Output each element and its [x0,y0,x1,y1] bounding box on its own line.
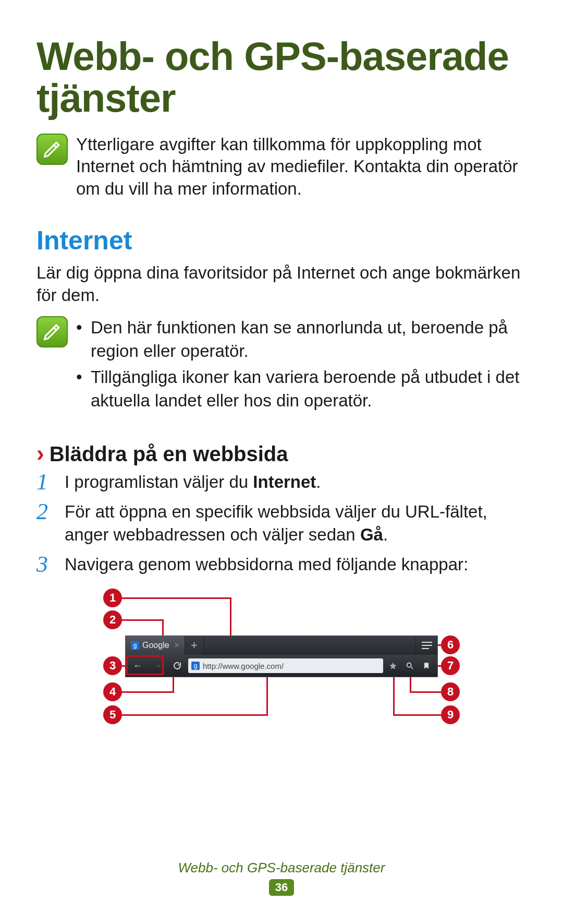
note-block-1: Ytterligare avgifter kan tillkomma för u… [36,134,527,201]
footer-text: Webb- och GPS-baserade tjänster [0,860,563,876]
svg-point-0 [407,663,411,667]
step-number: 3 [36,553,55,577]
callout-3: 3 [103,656,122,675]
star-button[interactable] [385,658,401,674]
nav-bar: ← → g http://www.google.com/ [126,655,437,677]
reload-button[interactable] [168,658,186,674]
browser-tab[interactable]: g Google × [126,636,185,655]
section-heading: Internet [36,225,527,256]
note-icon [36,316,68,347]
callout-8: 8 [441,682,460,701]
add-tab-button[interactable]: + [185,636,204,655]
browser-window: g Google × + ← → g http://www.google. [125,635,438,677]
forward-button[interactable]: → [149,658,166,674]
steps-list: 1 I programlistan väljer du Internet. 2 … [36,471,527,576]
favicon-icon: g [131,641,139,650]
step-number: 2 [36,500,55,547]
page-title: Webb- och GPS-baserade tjänster [36,35,527,119]
callout-4: 4 [103,682,122,701]
callout-9: 9 [441,705,460,724]
back-button[interactable]: ← [129,658,146,674]
callout-1: 1 [103,589,122,607]
step-item: 2 För att öppna en specifik webbsida väl… [36,500,527,547]
note-icon [36,134,68,165]
note-text-1: Ytterligare avgifter kan tillkomma för u… [76,134,527,201]
tab-label: Google [142,641,169,650]
bookmarks-button[interactable] [419,658,434,674]
step-item: 3 Navigera genom webbsidorna med följand… [36,553,527,577]
subsection-heading-row: › Bläddra på en webbsida [36,440,527,466]
close-tab-icon[interactable]: × [175,641,179,650]
tab-bar: g Google × + [126,636,437,655]
search-button[interactable] [402,658,418,674]
section-intro: Lär dig öppna dina favoritsidor på Inter… [36,262,527,307]
step-item: 1 I programlistan väljer du Internet. [36,471,527,494]
favicon-icon: g [191,662,200,670]
note-block-2: Den här funktionen kan se annorlunda ut,… [36,316,527,415]
note-list: Den här funktionen kan se annorlunda ut,… [76,316,527,415]
subsection-heading: Bläddra på en webbsida [50,442,288,466]
browser-diagram: g Google × + ← → g http://www.google. [94,589,469,724]
menu-button[interactable] [415,636,437,655]
page-footer: Webb- och GPS-baserade tjänster 36 [0,860,563,896]
note-list-item: Tillgängliga ikoner kan variera beroende… [76,366,527,412]
chevron-icon: › [36,440,44,466]
step-number: 1 [36,471,55,494]
url-text: http://www.google.com/ [203,662,284,670]
callout-6: 6 [441,635,460,654]
page-number: 36 [269,879,294,896]
url-field[interactable]: g http://www.google.com/ [188,658,383,673]
callout-2: 2 [103,610,122,629]
callout-5: 5 [103,705,122,724]
callout-7: 7 [441,656,460,675]
note-list-item: Den här funktionen kan se annorlunda ut,… [76,316,527,363]
